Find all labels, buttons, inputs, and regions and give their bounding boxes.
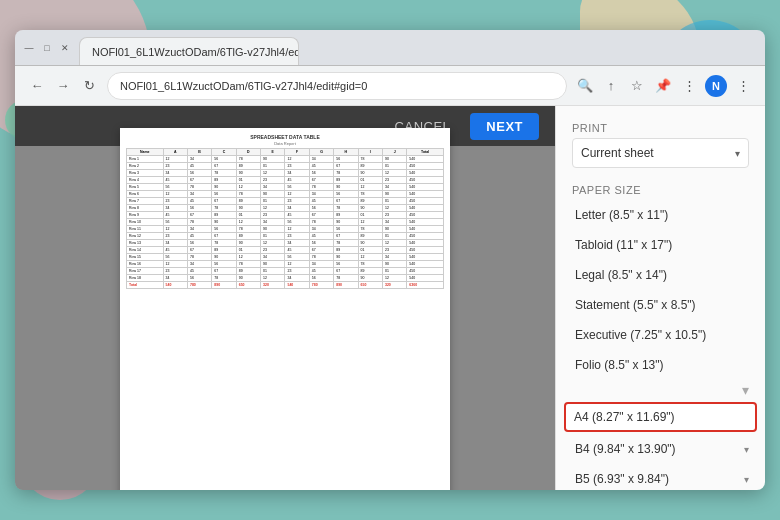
- paper-size-statement-label: Statement (5.5" x 8.5"): [575, 298, 696, 312]
- paper-size-b5-label: B5 (6.93" x 9.84"): [575, 472, 669, 486]
- paper-size-letter[interactable]: Letter (8.5" x 11"): [556, 200, 765, 230]
- paper-size-label: Paper size: [556, 184, 765, 196]
- window-controls: — □ ✕: [23, 42, 71, 54]
- chevron-down-icon: ▾: [744, 474, 749, 485]
- reload-icon[interactable]: ↻: [79, 76, 99, 96]
- address-bar: ← → ↻ NOFl01_6L1WzuctODam/6TlG-v27Jhl4/e…: [15, 66, 765, 106]
- url-input[interactable]: NOFl01_6L1WzuctODam/6TlG-v27Jhl4/edit#gi…: [107, 72, 567, 100]
- paper-size-section: Paper size Letter (8.5" x 11") Tabloid (…: [556, 184, 765, 490]
- print-label: Print: [572, 122, 749, 134]
- share-icon[interactable]: ↑: [601, 76, 621, 96]
- paper-size-tabloid-label: Tabloid (11" x 17"): [575, 238, 672, 252]
- forward-icon[interactable]: →: [53, 76, 73, 96]
- pin-icon[interactable]: 📌: [653, 76, 673, 96]
- paper-size-tabloid[interactable]: Tabloid (11" x 17"): [556, 230, 765, 260]
- paper-size-list: Letter (8.5" x 11") Tabloid (11" x 17") …: [556, 200, 765, 490]
- settings-panel: Print Current sheet ▾ Paper size Letter …: [555, 106, 765, 490]
- next-button[interactable]: NEXT: [470, 113, 539, 140]
- print-section: Print Current sheet ▾: [556, 122, 765, 168]
- preview-area: CANCEL NEXT SPREADSHEET DATA TABLE Data …: [15, 106, 555, 490]
- paper-size-a4[interactable]: A4 (8.27" x 11.69"): [564, 402, 757, 432]
- back-icon[interactable]: ←: [27, 76, 47, 96]
- paper-size-a4-label: A4 (8.27" x 11.69"): [574, 410, 675, 424]
- close-button[interactable]: ✕: [59, 42, 71, 54]
- print-select[interactable]: Current sheet ▾: [572, 138, 749, 168]
- paper-size-legal[interactable]: Legal (8.5" x 14"): [556, 260, 765, 290]
- paper-size-b4[interactable]: B4 (9.84" x 13.90") ▾: [556, 434, 765, 464]
- print-dialog: CANCEL NEXT SPREADSHEET DATA TABLE Data …: [15, 106, 765, 490]
- nav-icons: ← → ↻: [27, 76, 99, 96]
- browser-window: — □ ✕ NOFl01_6L1WzuctODam/6TlG-v27Jhl4/e…: [15, 30, 765, 490]
- paper-size-folio-label: Folio (8.5" x 13"): [575, 358, 664, 372]
- paper-size-letter-label: Letter (8.5" x 11"): [575, 208, 668, 222]
- sheet-content: SPREADSHEET DATA TABLE Data Report Name …: [120, 128, 450, 295]
- chevron-down-icon: ▾: [744, 444, 749, 455]
- sheet-title: SPREADSHEET DATA TABLE Data Report: [126, 134, 444, 146]
- minimize-button[interactable]: —: [23, 42, 35, 54]
- paper-size-b5[interactable]: B5 (6.93" x 9.84") ▾: [556, 464, 765, 490]
- bookmark-icon[interactable]: ☆: [627, 76, 647, 96]
- url-text: NOFl01_6L1WzuctODam/6TlG-v27Jhl4/edit#gi…: [120, 80, 367, 92]
- print-value: Current sheet: [581, 146, 654, 160]
- paper-size-b4-label: B4 (9.84" x 13.90"): [575, 442, 676, 456]
- chevron-down-icon: ▾: [735, 148, 740, 159]
- browser-tab[interactable]: NOFl01_6L1WzuctODam/6TlG-v27Jhl4/edit#gi…: [79, 37, 299, 65]
- search-icon[interactable]: 🔍: [575, 76, 595, 96]
- more-icon[interactable]: ⋮: [733, 76, 753, 96]
- paper-size-folio[interactable]: Folio (8.5" x 13"): [556, 350, 765, 380]
- browser-action-icons: 🔍 ↑ ☆ 📌 ⋮ N ⋮: [575, 75, 753, 97]
- paper-size-executive-label: Executive (7.25" x 10.5"): [575, 328, 706, 342]
- scroll-indicator: ▾: [742, 382, 749, 398]
- profile-icon[interactable]: N: [705, 75, 727, 97]
- tab-area: NOFl01_6L1WzuctODam/6TlG-v27Jhl4/edit#gi…: [79, 30, 757, 65]
- browser-titlebar: — □ ✕ NOFl01_6L1WzuctODam/6TlG-v27Jhl4/e…: [15, 30, 765, 66]
- sheet-table: Name A B C D E F G H I J: [126, 148, 444, 289]
- paper-size-executive[interactable]: Executive (7.25" x 10.5"): [556, 320, 765, 350]
- paper-size-statement[interactable]: Statement (5.5" x 8.5"): [556, 290, 765, 320]
- tab-title: NOFl01_6L1WzuctODam/6TlG-v27Jhl4/edit#gi…: [92, 46, 299, 58]
- menu-icon[interactable]: ⋮: [679, 76, 699, 96]
- sheet-preview: SPREADSHEET DATA TABLE Data Report Name …: [120, 128, 450, 490]
- maximize-button[interactable]: □: [41, 42, 53, 54]
- paper-size-legal-label: Legal (8.5" x 14"): [575, 268, 667, 282]
